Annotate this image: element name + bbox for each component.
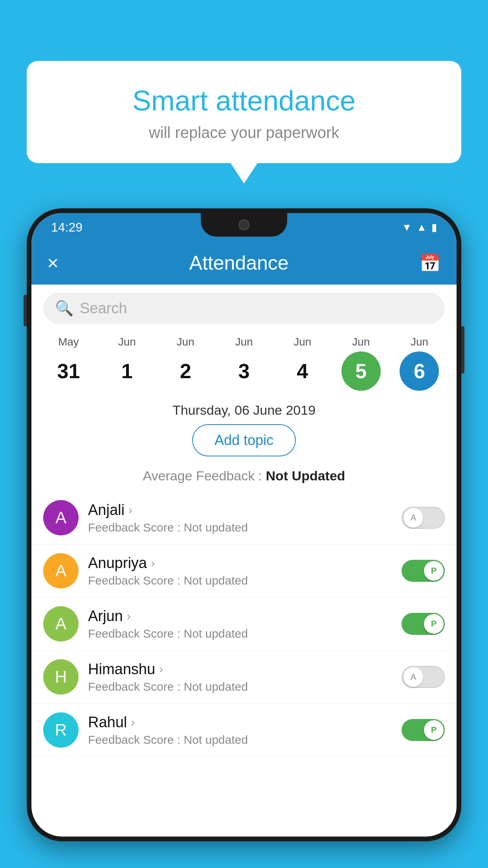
chevron-right-icon: › [127, 609, 131, 623]
feedback-value: Not updated [183, 574, 248, 587]
day-number: 4 [283, 351, 322, 391]
phone-screen: 14:29 ▼ ▲ ▮ × Attendance 📅 🔍 Search May3… [31, 213, 457, 837]
attendance-toggle[interactable]: A [402, 507, 445, 529]
feedback-value: Not updated [183, 733, 248, 746]
speech-bubble-container: Smart attendance will replace your paper… [27, 61, 461, 163]
day-number: 6 [400, 351, 439, 391]
student-info: Anupriya ›Feedback Score : Not updated [88, 555, 392, 587]
speech-bubble-title: Smart attendance [42, 85, 446, 117]
chevron-right-icon: › [151, 556, 155, 570]
phone-frame: 14:29 ▼ ▲ ▮ × Attendance 📅 🔍 Search May3… [27, 208, 461, 841]
battery-icon: ▮ [431, 221, 437, 234]
student-feedback: Feedback Score : Not updated [88, 627, 392, 640]
day-number: 2 [166, 351, 205, 391]
attendance-toggle[interactable]: P [402, 613, 445, 635]
phone-container: 14:29 ▼ ▲ ▮ × Attendance 📅 🔍 Search May3… [27, 208, 461, 868]
student-feedback: Feedback Score : Not updated [88, 574, 392, 587]
toggle-thumb: P [424, 614, 444, 634]
calendar-strip: May31Jun1Jun2Jun3Jun4Jun5Jun6 [31, 332, 457, 399]
signal-icon: ▲ [416, 221, 427, 234]
student-avatar: A [43, 553, 79, 588]
feedback-value: Not updated [183, 521, 248, 534]
student-name: Arjun › [88, 608, 392, 625]
search-bar[interactable]: 🔍 Search [43, 292, 445, 324]
day-month: Jun [294, 336, 311, 348]
chevron-right-icon: › [159, 662, 163, 676]
student-item-anjali[interactable]: AAnjali ›Feedback Score : Not updatedA [31, 491, 457, 544]
student-feedback: Feedback Score : Not updated [88, 521, 392, 534]
toggle-thumb: A [404, 508, 423, 528]
day-number: 31 [49, 351, 88, 391]
app-bar-title: Attendance [189, 252, 289, 274]
student-avatar: A [43, 500, 79, 535]
day-number: 5 [341, 351, 381, 391]
search-placeholder: Search [80, 300, 127, 317]
calendar-day-5[interactable]: Jun5 [338, 336, 385, 391]
student-item-anupriya[interactable]: AAnupriya ›Feedback Score : Not updatedP [31, 544, 457, 598]
toggle-thumb: P [424, 720, 444, 740]
avg-feedback-value: Not Updated [266, 468, 345, 483]
student-name: Anjali › [88, 502, 392, 519]
student-name: Anupriya › [88, 555, 392, 572]
student-item-arjun[interactable]: AArjun ›Feedback Score : Not updatedP [31, 598, 457, 651]
speech-bubble: Smart attendance will replace your paper… [27, 61, 461, 163]
day-number: 3 [224, 351, 264, 391]
calendar-day-1[interactable]: Jun1 [103, 336, 150, 391]
day-month: May [58, 336, 79, 348]
student-avatar: H [43, 659, 79, 695]
toggle-thumb: A [404, 667, 423, 687]
student-avatar: R [43, 712, 79, 748]
day-month: Jun [118, 336, 136, 348]
avg-feedback-label: Average Feedback : [143, 468, 266, 483]
app-bar: × Attendance 📅 [31, 241, 457, 285]
status-time: 14:29 [51, 220, 83, 235]
student-info: Himanshu ›Feedback Score : Not updated [88, 661, 392, 693]
attendance-toggle[interactable]: P [402, 560, 445, 582]
feedback-value: Not updated [183, 627, 248, 640]
day-month: Jun [411, 336, 428, 348]
student-feedback: Feedback Score : Not updated [88, 680, 392, 693]
add-topic-button[interactable]: Add topic [192, 424, 296, 456]
student-name: Himanshu › [88, 661, 392, 678]
toggle-thumb: P [424, 561, 444, 581]
attendance-toggle[interactable]: A [402, 666, 445, 688]
student-item-rahul[interactable]: RRahul ›Feedback Score : Not updatedP [31, 704, 457, 757]
wifi-icon: ▼ [402, 221, 412, 234]
phone-button-left [24, 295, 27, 326]
phone-notch [201, 213, 287, 237]
chevron-right-icon: › [128, 503, 132, 517]
calendar-day-4[interactable]: Jun4 [279, 336, 326, 391]
day-number: 1 [107, 351, 147, 391]
day-month: Jun [177, 336, 194, 348]
chevron-right-icon: › [131, 715, 135, 729]
day-month: Jun [352, 336, 370, 348]
student-item-himanshu[interactable]: HHimanshu ›Feedback Score : Not updatedA [31, 651, 457, 704]
student-feedback: Feedback Score : Not updated [88, 733, 392, 747]
search-icon: 🔍 [55, 300, 73, 317]
close-button[interactable]: × [47, 252, 59, 274]
student-list: AAnjali ›Feedback Score : Not updatedAAA… [31, 491, 457, 757]
student-info: Arjun ›Feedback Score : Not updated [88, 608, 392, 640]
calendar-day-3[interactable]: Jun3 [220, 336, 268, 391]
calendar-day-31[interactable]: May31 [45, 336, 92, 391]
selected-date: Thursday, 06 June 2019 [31, 399, 457, 424]
day-month: Jun [235, 336, 253, 348]
student-info: Anjali ›Feedback Score : Not updated [88, 502, 392, 534]
student-info: Rahul ›Feedback Score : Not updated [88, 714, 392, 747]
student-name: Rahul › [88, 714, 392, 731]
calendar-day-2[interactable]: Jun2 [162, 336, 209, 391]
calendar-day-6[interactable]: Jun6 [396, 336, 443, 391]
status-icons: ▼ ▲ ▮ [402, 221, 437, 234]
speech-bubble-subtitle: will replace your paperwork [42, 124, 446, 142]
average-feedback: Average Feedback : Not Updated [31, 464, 457, 491]
calendar-icon[interactable]: 📅 [419, 253, 441, 273]
phone-button-right [461, 326, 464, 373]
attendance-toggle[interactable]: P [402, 719, 445, 741]
phone-camera [238, 219, 250, 230]
feedback-value: Not updated [183, 680, 248, 693]
student-avatar: A [43, 606, 79, 642]
